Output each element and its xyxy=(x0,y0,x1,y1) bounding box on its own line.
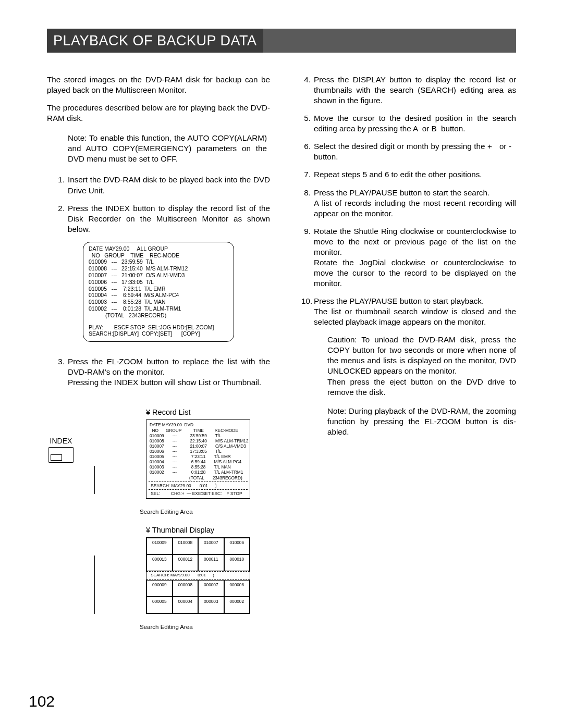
right-column: 4. Press the DISPLAY button to display t… xyxy=(293,75,516,640)
thumb-cell: 010008 xyxy=(173,538,199,554)
step-5: 5. Move the cursor to the desired positi… xyxy=(301,113,516,134)
intro-p1: The stored images on the DVD-RAM disk fo… xyxy=(47,75,270,95)
step-4: 4. Press the DISPLAY button to display t… xyxy=(301,75,516,106)
thumb-search-row: SEARCH: MAY29.00 0:01 ) xyxy=(146,571,250,580)
record-list-label: ¥ Record List xyxy=(146,408,270,417)
thumb-cell: 000002 xyxy=(224,597,250,613)
step-3: 3. Press the EL-ZOOM button to replace t… xyxy=(55,356,270,388)
step-10: 10. Press the PLAY/PAUSE button to start… xyxy=(301,296,516,437)
caution-unload: Caution: To unload the DVD-RAM disk, pre… xyxy=(327,335,516,397)
thumb-cell: 000007 xyxy=(198,580,224,597)
step-7: 7. Repeat steps 5 and 6 to edit the othe… xyxy=(301,169,516,180)
index-label: INDEX xyxy=(48,437,74,445)
thumb-cell: 000005 xyxy=(146,597,173,613)
step-9: 9. Rotate the Shuttle Ring clockwise or … xyxy=(301,226,516,289)
thumb-cell: 000008 xyxy=(173,580,199,597)
search-editing-area-label-2: Search Editing Area xyxy=(140,623,270,631)
index-button-illustration: INDEX xyxy=(48,437,74,463)
thumb-cell: 010009 xyxy=(146,538,173,554)
index-button-icon xyxy=(48,447,74,463)
left-column: The stored images on the DVD-RAM disk fo… xyxy=(47,75,270,640)
step-1: 1. Insert the DVD-RAM disk to be played … xyxy=(55,175,270,195)
search-editing-area-label-1: Search Editing Area xyxy=(140,508,270,516)
thumb-cell: 000004 xyxy=(173,597,199,613)
thumb-cell: 000009 xyxy=(146,580,173,597)
thumb-cell: 000010 xyxy=(224,554,250,571)
page-title: PLAYBACK OF BACKUP DATA xyxy=(47,29,263,53)
note-autocopy: Note: To enable this function, the AUTO … xyxy=(68,133,270,164)
thumb-cell: 000011 xyxy=(198,554,224,571)
thumbnail-grid: 010009 010008 010007 010006 000013 00001… xyxy=(146,537,250,614)
thumb-cell: 000006 xyxy=(224,580,250,597)
lead-line-icon xyxy=(94,466,95,494)
step-8: 8. Press the PLAY/PAUSE button to start … xyxy=(301,188,516,219)
step-2: 2. Press the INDEX button to display the… xyxy=(55,203,270,235)
thumbnail-display-label: ¥ Thumbnail Display xyxy=(146,525,270,535)
thumb-cell: 000003 xyxy=(198,597,224,613)
thumb-cell: 000012 xyxy=(173,554,199,571)
page-number: 102 xyxy=(29,693,55,710)
thumb-cell: 010006 xyxy=(224,538,250,554)
page-title-bar: PLAYBACK OF BACKUP DATA xyxy=(47,29,516,53)
intro-p2: The procedures described below are for p… xyxy=(47,103,270,124)
lead-line-icon xyxy=(94,556,95,614)
note-zoom-disabled: Note: During playback of the DVD-RAM, th… xyxy=(327,406,516,437)
record-list-screen: DATE MAY29.00 ALL GROUP NO GROUP TIME RE… xyxy=(83,242,234,342)
thumb-cell: 010007 xyxy=(198,538,224,554)
thumb-cell: 000013 xyxy=(146,554,173,571)
step-6: 6. Select the desired digit or month by … xyxy=(301,141,516,162)
record-list-box: DATE MAY29.00 DVD NO GROUP TIME REC-MODE… xyxy=(146,419,250,498)
